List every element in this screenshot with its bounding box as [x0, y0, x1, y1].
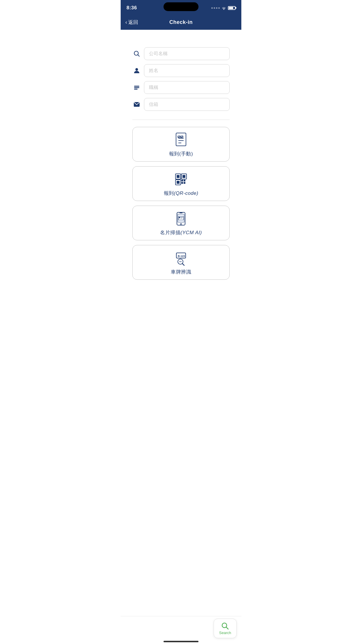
svg-rect-18	[177, 181, 180, 184]
back-label: 返回	[128, 19, 138, 26]
page-title: Check-in	[169, 19, 193, 25]
name-field	[132, 64, 230, 77]
name-input[interactable]	[144, 64, 230, 77]
svg-rect-20	[184, 180, 185, 181]
person-icon	[132, 67, 141, 74]
business-card-button[interactable]: 名片掃描(YCM AI)	[132, 206, 230, 240]
svg-rect-19	[181, 180, 183, 181]
notch	[164, 2, 198, 11]
svg-rect-14	[177, 175, 180, 178]
qr-checkin-button[interactable]: 報到(QR-code)	[132, 166, 230, 201]
manual-checkin-label: 報到(手動)	[169, 150, 193, 157]
checklist-icon	[173, 132, 189, 148]
plate-recognition-label: 車牌辨識	[171, 269, 191, 275]
svg-rect-29	[180, 212, 182, 213]
battery-icon	[228, 6, 236, 10]
svg-point-35	[180, 261, 180, 262]
email-icon	[132, 102, 141, 107]
svg-line-34	[182, 264, 184, 266]
plate-icon: B-123	[173, 250, 189, 266]
svg-line-1	[138, 55, 140, 57]
svg-text:B-123: B-123	[178, 255, 185, 258]
status-icons	[211, 6, 236, 10]
svg-rect-16	[182, 175, 185, 178]
svg-rect-3	[134, 86, 139, 87]
back-button[interactable]: ‹ 返回	[125, 19, 138, 26]
svg-rect-4	[134, 87, 139, 88]
action-buttons: 報到(手動) 報到(QR-code)	[132, 127, 230, 284]
back-chevron-icon: ‹	[125, 19, 127, 25]
signal-icon	[211, 7, 220, 9]
svg-point-26	[179, 217, 180, 218]
plate-recognition-button[interactable]: B-123 車牌辨識	[132, 245, 230, 280]
title-field	[132, 81, 230, 94]
wifi-icon	[221, 6, 226, 10]
manual-checkin-button[interactable]: 報到(手動)	[132, 127, 230, 162]
email-field	[132, 98, 230, 111]
qrcode-icon	[173, 171, 189, 188]
main-content: 報到(手動) 報到(QR-code)	[121, 30, 241, 296]
divider	[132, 120, 230, 120]
card-scan-icon	[173, 211, 189, 227]
svg-rect-21	[181, 182, 183, 184]
business-card-label: 名片掃描(YCM AI)	[160, 229, 202, 236]
status-bar: 8:36	[121, 0, 241, 15]
status-time: 8:36	[126, 5, 137, 11]
nav-bar: ‹ 返回 Check-in	[121, 15, 241, 30]
svg-point-36	[181, 261, 182, 262]
svg-rect-7	[176, 133, 186, 146]
svg-rect-22	[184, 182, 185, 184]
search-icon	[132, 50, 141, 57]
svg-point-2	[136, 68, 138, 71]
svg-rect-5	[134, 89, 138, 90]
email-input[interactable]	[144, 98, 230, 111]
company-input[interactable]	[144, 47, 230, 60]
job-title-input[interactable]	[144, 81, 230, 94]
title-icon	[132, 84, 141, 91]
company-field	[132, 47, 230, 60]
qr-checkin-label: 報到(QR-code)	[164, 190, 198, 197]
